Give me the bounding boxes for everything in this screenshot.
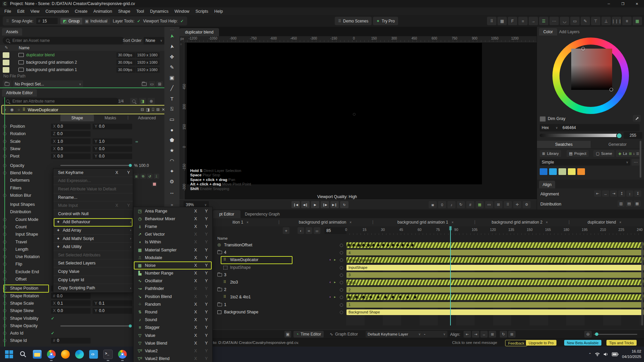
submenu-item-value[interactable]: ▽ValueXY <box>133 331 212 339</box>
comp-tab-background-grid-animation-2[interactable]: background grid animation 2× <box>480 218 559 226</box>
keyframe-icon[interactable] <box>406 296 409 299</box>
star-tool[interactable]: ★ <box>164 146 179 155</box>
swatches-tab[interactable]: Swatches <box>537 141 591 148</box>
menubar-item-dynamics[interactable]: Dynamics <box>147 9 171 14</box>
channel-x-button[interactable]: X <box>194 325 197 330</box>
next-message-link[interactable]: Click to see next message <box>452 341 497 345</box>
scrollbar[interactable] <box>640 141 641 178</box>
submenu-item-oscillator[interactable]: ∿OscillatorXY <box>133 277 212 285</box>
ruler-origin-icon[interactable]: ○ <box>180 43 182 46</box>
channel-y-button[interactable]: Y <box>205 271 208 276</box>
keyframe-icon[interactable] <box>377 296 380 299</box>
folder-view-icon[interactable] <box>141 81 148 87</box>
filter-project[interactable]: ▤Project <box>567 150 589 157</box>
value-field[interactable]: Z0.0 <box>51 131 91 137</box>
layer-header[interactable]: ∨ ◉ ○ ⠿ WaveDuplicator ⊟◨⍗⊞✕ <box>1 105 168 114</box>
add-layer-button[interactable]: + <box>283 227 289 234</box>
dots-icon[interactable]: ⠿ <box>504 201 512 208</box>
menu-item-control-with-null[interactable]: Control with Null <box>53 210 133 218</box>
channel-y-button[interactable]: Y <box>205 302 208 307</box>
eyedropper-icon[interactable]: ✎ <box>5 45 8 50</box>
channel-y-button[interactable]: Y <box>205 325 208 330</box>
swatch-more-button[interactable]: ⋯ <box>632 159 640 166</box>
submenu-item-position-blend[interactable]: ↘Position BlendXY <box>133 293 212 300</box>
panel-icon[interactable]: ▦ <box>497 17 507 25</box>
deformer-icon[interactable]: ⧉ <box>140 174 146 179</box>
chrome-icon[interactable] <box>47 350 56 359</box>
snap-angle-field[interactable]: # 15 <box>36 18 58 24</box>
filters-color-chip[interactable] <box>152 182 157 187</box>
keyframe-icon[interactable] <box>391 296 394 299</box>
pen-tool[interactable]: ✎ <box>164 63 179 72</box>
menubar-item-view[interactable]: View <box>28 9 43 14</box>
send-arrow-icon[interactable]: → <box>529 17 538 25</box>
menu-item-rename-[interactable]: Rename... <box>53 193 133 202</box>
grid-view-icon[interactable]: ⊞ <box>627 150 634 157</box>
close-button[interactable]: ✕ <box>630 0 644 7</box>
sv-square[interactable] <box>571 49 612 90</box>
search-icon[interactable] <box>19 350 28 359</box>
refresh-icon[interactable]: ↻ <box>457 201 465 208</box>
value-field-x[interactable]: X0.0 <box>51 308 91 314</box>
alignment-icon[interactable]: ↥ <box>618 190 625 197</box>
channel-y-button[interactable]: Y <box>205 279 208 283</box>
value-field-x[interactable]: X0.1 <box>51 300 91 306</box>
keyframe-filter-circle[interactable] <box>340 258 343 262</box>
filter-scene[interactable]: ▢Scene <box>593 150 614 157</box>
comp-tab-duplicator-blend[interactable]: duplicator blend× <box>571 218 638 226</box>
value-field-x[interactable]: X0.0 <box>51 124 91 129</box>
loop-button[interactable]: ↻ <box>340 201 348 208</box>
align-left-icon[interactable]: ⊤ <box>591 17 600 25</box>
keyframe-filter-circle[interactable] <box>340 244 343 247</box>
keyframe-icon[interactable] <box>386 244 390 247</box>
deformer-icon[interactable]: ⌶ <box>154 174 159 179</box>
distribution-icon[interactable]: ▥ <box>618 200 625 207</box>
hue-marker[interactable] <box>581 47 585 51</box>
playhead[interactable] <box>450 226 451 325</box>
menubar-item-edit[interactable]: Edit <box>14 9 28 14</box>
timeline-bar-background-shape[interactable]: Background Shape <box>346 309 643 315</box>
time-editor-button[interactable]: ◔ Time Editor <box>293 331 324 338</box>
hand-tool[interactable]: ✥ <box>164 52 179 62</box>
generator-tab[interactable]: Generator <box>591 141 644 148</box>
menu-item-add-behaviour[interactable]: +Add Behaviour› <box>53 218 133 227</box>
eye-icon[interactable]: ◉ <box>9 107 15 113</box>
guides-icon[interactable]: ✛ <box>513 201 521 208</box>
channel-x-button[interactable]: X <box>194 310 197 314</box>
close-tab-icon[interactable]: × <box>546 221 548 224</box>
channel-y-button[interactable]: Y <box>205 255 208 260</box>
alpha-field[interactable]: 255 <box>624 132 642 139</box>
sparkle-tool[interactable]: ✦ <box>164 167 179 176</box>
asset-search-input[interactable] <box>12 38 121 43</box>
vscode-icon[interactable]: ‹› <box>89 350 98 359</box>
skew-tool[interactable]: ⍂ <box>164 104 179 114</box>
vertical-ruler[interactable]: ○ 4503001500-150-300-450 <box>179 42 184 209</box>
dependency-graph-tab[interactable]: Dependency Graph <box>245 212 280 217</box>
menu-item-copy-value[interactable]: Copy Value <box>53 267 133 276</box>
attribute-editor-tab[interactable]: Attribute Editor <box>2 89 37 97</box>
attribute-search-input[interactable] <box>12 99 116 104</box>
close-tab-icon[interactable]: × <box>350 221 352 224</box>
color-swatch[interactable] <box>568 168 576 175</box>
arc-icon[interactable]: ◡ <box>560 17 569 25</box>
composition-canvas[interactable] <box>187 43 482 184</box>
value-field-y[interactable]: Y0.0 <box>93 146 132 152</box>
eyedropper-button[interactable] <box>633 115 641 122</box>
color-swatch[interactable] <box>549 168 557 175</box>
timeline-bar-waveduplicator[interactable]: WaveDuplicator <box>346 257 643 263</box>
asset-row[interactable]: background grid animation 230.00fps1920 … <box>0 59 164 66</box>
add-layers-tab[interactable]: Add Layers <box>559 29 580 34</box>
channel-x-button[interactable]: X <box>194 341 197 346</box>
alignment-icon[interactable]: ↧ <box>634 190 641 197</box>
keyframe-icon[interactable] <box>406 244 409 247</box>
alignment-icon[interactable]: ↕ <box>626 190 633 197</box>
timeline-align-icon[interactable]: ⇥ <box>472 331 479 338</box>
close-tab-icon[interactable]: × <box>247 221 249 224</box>
viewport-tab[interactable]: duplicator blend <box>179 28 219 36</box>
demo-scenes-button[interactable]: ⠿ Demo Scenes <box>335 17 372 25</box>
submenu-item-stagger[interactable]: ≡StaggerXY <box>133 324 212 331</box>
firefox-icon[interactable] <box>61 350 70 359</box>
ellipse-tool[interactable]: ● <box>164 125 179 134</box>
timeline-tracks[interactable]: TransitionOffset4WaveDuplicatorInputShap… <box>346 242 644 325</box>
panel-divider[interactable] <box>0 87 164 88</box>
